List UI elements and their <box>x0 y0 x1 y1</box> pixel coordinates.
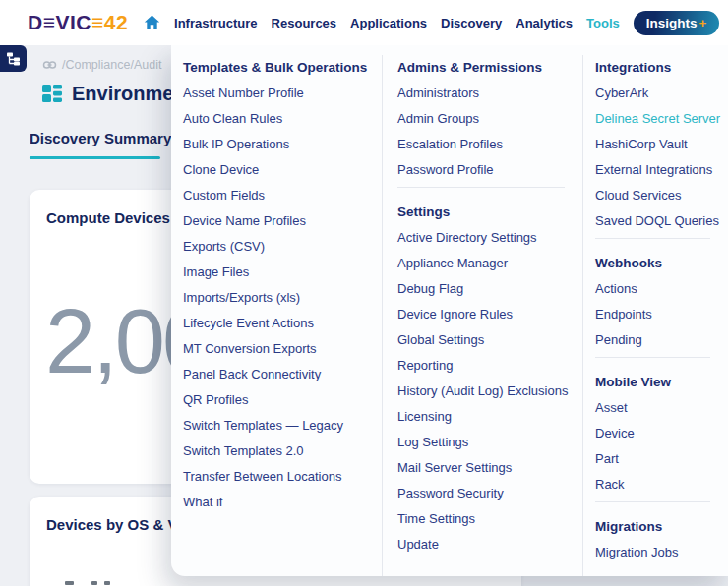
menu-column-1: Templates & Bulk OperationsAsset Number … <box>183 55 383 576</box>
menu-item[interactable]: Admin Groups <box>397 106 582 132</box>
menu-item[interactable]: History (Audit Log) Exclusions <box>397 379 565 404</box>
link-icon <box>42 59 57 71</box>
menu-item[interactable]: Device Name Profiles <box>183 208 382 234</box>
menu-item[interactable]: Update <box>397 532 565 557</box>
menu-item[interactable]: Bulk IP Operations <box>183 132 382 157</box>
menu-item[interactable]: Debug Flag <box>397 276 565 302</box>
menu-item[interactable]: Device Ignore Rules <box>397 302 565 327</box>
breadcrumb[interactable]: /Compliance/Audit <box>42 58 161 72</box>
insights-label: Insights <box>646 16 698 30</box>
menu-item[interactable]: Delinea Secret Server <box>595 106 728 132</box>
menu-item[interactable]: Clone Device <box>183 157 382 183</box>
nav-item-infrastructure[interactable]: Infrastructure <box>174 16 258 30</box>
nav-item-analytics[interactable]: Analytics <box>516 16 573 30</box>
menu-section-header: Webhooks <box>595 251 710 276</box>
top-navbar: D≡VIC≡42 InfrastructureResourcesApplicat… <box>0 0 728 45</box>
menu-item[interactable]: What if <box>183 490 382 515</box>
menu-item[interactable]: Saved DOQL Queries <box>595 208 728 234</box>
menu-item[interactable]: Active Directory Settings <box>397 225 565 251</box>
menu-column-3: IntegrationsCyberArkDelinea Secret Serve… <box>583 55 728 576</box>
menu-column-2: Admins & PermissionsAdministratorsAdmin … <box>383 55 583 576</box>
menu-item[interactable]: Actions <box>595 276 710 302</box>
sidebar-toggle-button[interactable] <box>0 45 27 72</box>
menu-section: MigrationsMigration Jobs <box>595 501 710 565</box>
menu-item[interactable]: Custom Fields <box>183 183 382 208</box>
menu-item[interactable]: Time Settings <box>397 506 565 532</box>
menu-item[interactable]: Administrators <box>397 81 582 106</box>
home-icon[interactable] <box>144 15 160 30</box>
logo-number: 42 <box>104 11 128 34</box>
menu-item[interactable]: Password Profile <box>397 157 582 183</box>
menu-section: Mobile ViewAssetDevicePartRack <box>595 357 710 498</box>
menu-item[interactable]: Endpoints <box>595 302 710 327</box>
menu-item[interactable]: MT Conversion Exports <box>183 336 382 362</box>
menu-item[interactable]: Switch Templates — Legacy <box>183 413 382 439</box>
nav-item-tools[interactable]: Tools <box>586 16 620 30</box>
menu-section: SettingsActive Directory SettingsApplian… <box>397 187 565 557</box>
menu-item[interactable]: Lifecycle Event Actions <box>183 311 382 336</box>
tab-discovery-summary[interactable]: Discovery Summary <box>30 130 171 159</box>
device42-logo[interactable]: D≡VIC≡42 <box>28 11 128 34</box>
menu-item[interactable]: QR Profiles <box>183 387 382 413</box>
menu-item[interactable]: Switch Templates 2.0 <box>183 439 382 464</box>
menu-item[interactable]: Rack <box>595 472 710 498</box>
grid-icon <box>42 84 63 104</box>
menu-item[interactable]: Asset Number Profile <box>183 81 382 106</box>
plus-icon: + <box>699 16 707 30</box>
menu-item[interactable]: CyberArk <box>595 81 728 106</box>
tab-label: Discovery Summary <box>30 130 171 146</box>
menu-item[interactable]: Pending <box>595 327 710 353</box>
tools-menu: Templates & Bulk OperationsAsset Number … <box>171 45 728 576</box>
menu-section: WebhooksActionsEndpointsPending <box>595 238 710 353</box>
clipped-chart-content <box>104 581 110 585</box>
menu-section-header: Settings <box>397 200 565 225</box>
clipped-chart-content <box>65 581 74 585</box>
logo-e: ≡ <box>91 11 104 34</box>
menu-item[interactable]: Transfer Between Locations <box>183 464 382 490</box>
menu-item[interactable]: Device <box>595 421 710 446</box>
menu-item[interactable]: Password Security <box>397 481 565 506</box>
active-tab-underline <box>30 156 160 159</box>
menu-section-header: Mobile View <box>595 370 710 395</box>
menu-item[interactable]: Cloud Services <box>595 183 728 208</box>
logo-word: D≡VIC <box>28 11 91 34</box>
menu-section-header: Templates & Bulk Operations <box>183 55 382 81</box>
menu-item[interactable]: Global Settings <box>397 327 565 353</box>
menu-item[interactable]: Auto Clean Rules <box>183 106 382 132</box>
menu-section-header: Integrations <box>595 55 728 81</box>
menu-item[interactable]: Reporting <box>397 353 565 379</box>
menu-item[interactable]: Licensing <box>397 404 565 430</box>
menu-item[interactable]: External Integrations <box>595 157 728 183</box>
page-title-row: Environment <box>42 83 192 105</box>
primary-nav: InfrastructureResourcesApplicationsDisco… <box>174 16 620 30</box>
nav-item-discovery[interactable]: Discovery <box>441 16 502 30</box>
menu-item[interactable]: Mail Server Settings <box>397 455 565 481</box>
breadcrumb-text: /Compliance/Audit <box>62 58 161 72</box>
menu-section-header: Migrations <box>595 514 710 540</box>
menu-item[interactable]: Image Files <box>183 260 382 285</box>
menu-item[interactable]: Imports/Exports (xls) <box>183 285 382 311</box>
menu-item[interactable]: Appliance Manager <box>397 251 565 276</box>
insights-button[interactable]: Insights+ <box>634 11 720 35</box>
menu-item[interactable]: Part <box>595 446 710 472</box>
menu-item[interactable]: Asset <box>595 395 710 421</box>
menu-item[interactable]: Escalation Profiles <box>397 132 582 157</box>
menu-section-header: Admins & Permissions <box>397 55 582 81</box>
menu-item[interactable]: HashiCorp Vault <box>595 132 728 157</box>
menu-item[interactable]: Exports (CSV) <box>183 234 382 260</box>
menu-item[interactable]: Log Settings <box>397 430 565 455</box>
menu-section: Templates & Bulk OperationsAsset Number … <box>183 55 382 515</box>
menu-section: IntegrationsCyberArkDelinea Secret Serve… <box>595 55 728 234</box>
tree-icon <box>6 51 21 66</box>
nav-item-resources[interactable]: Resources <box>272 16 336 30</box>
menu-item[interactable]: Migration Jobs <box>595 540 710 565</box>
menu-section: Admins & PermissionsAdministratorsAdmin … <box>397 55 582 183</box>
clipped-chart-content <box>91 581 97 585</box>
menu-item[interactable]: Panel Back Connectivity <box>183 362 382 387</box>
nav-item-applications[interactable]: Applications <box>350 16 427 30</box>
